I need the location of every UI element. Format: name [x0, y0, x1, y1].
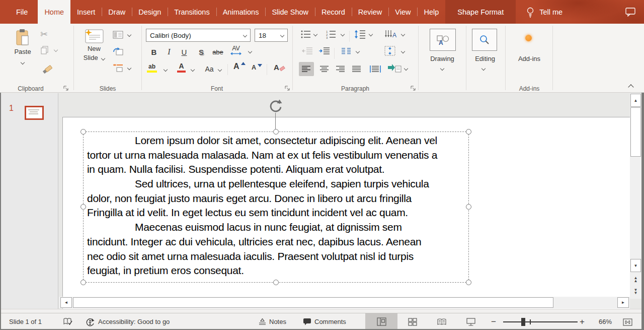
- slide-thumbnail[interactable]: [25, 106, 44, 120]
- reset-slide-button[interactable]: [113, 47, 123, 55]
- font-name-combobox[interactable]: Calibri (Body): [146, 29, 251, 42]
- new-slide-button[interactable]: New Slide: [78, 28, 110, 61]
- align-text-button[interactable]: [384, 46, 395, 56]
- font-dialog-launcher[interactable]: [285, 86, 290, 91]
- section-dropdown-caret[interactable]: [127, 66, 131, 70]
- accessibility-checker-button[interactable]: Accessibility: Good to go: [86, 313, 170, 330]
- font-color-caret[interactable]: [191, 68, 195, 72]
- tab-transitions[interactable]: Transitions: [168, 0, 216, 24]
- resize-handle-bottom-left[interactable]: [80, 280, 86, 285]
- italic-button[interactable]: I: [165, 46, 173, 58]
- spell-check-button[interactable]: [63, 313, 72, 330]
- copy-button[interactable]: [40, 46, 49, 54]
- tab-design[interactable]: Design: [132, 0, 168, 24]
- line-spacing-button[interactable]: [354, 30, 366, 39]
- tab-review[interactable]: Review: [352, 0, 389, 24]
- text-shadow-button[interactable]: S: [196, 46, 206, 58]
- resize-handle-bottom-right[interactable]: [466, 280, 471, 285]
- zoom-in-button[interactable]: +: [580, 313, 585, 330]
- scroll-up-button[interactable]: ▲: [630, 94, 641, 107]
- tab-file[interactable]: File: [6, 0, 38, 24]
- align-left-button[interactable]: [299, 62, 314, 76]
- highlight-caret[interactable]: [164, 68, 168, 72]
- horizontal-scrollbar-thumb[interactable]: [73, 297, 553, 308]
- tab-view[interactable]: View: [388, 0, 417, 24]
- scroll-left-button[interactable]: ◄: [60, 297, 72, 308]
- tab-record[interactable]: Record: [315, 0, 352, 24]
- rotate-handle[interactable]: [268, 98, 283, 113]
- scroll-down-button[interactable]: ▼: [630, 259, 641, 272]
- highlight-color-button[interactable]: ab: [147, 63, 157, 73]
- resize-handle-top-center[interactable]: [273, 129, 279, 135]
- smartart-caret[interactable]: [404, 67, 408, 71]
- character-spacing-button[interactable]: AV: [230, 45, 242, 55]
- format-painter-button[interactable]: [41, 64, 53, 74]
- zoom-out-button[interactable]: −: [491, 313, 496, 330]
- change-case-caret[interactable]: [218, 68, 222, 72]
- tab-help[interactable]: Help: [417, 0, 445, 24]
- resize-handle-bottom-center[interactable]: [273, 280, 279, 285]
- paste-button[interactable]: Paste: [8, 28, 37, 65]
- drawing-button[interactable]: A: [430, 29, 456, 51]
- numbering-caret[interactable]: [341, 32, 345, 36]
- next-slide-button[interactable]: ▼▼: [630, 286, 641, 297]
- zoom-slider-track[interactable]: [503, 321, 578, 322]
- slide-layout-button[interactable]: [113, 31, 123, 39]
- columns-caret[interactable]: [356, 49, 360, 53]
- align-text-caret[interactable]: [401, 49, 405, 53]
- reading-view-button[interactable]: [428, 313, 456, 330]
- clipboard-dialog-launcher[interactable]: [63, 86, 68, 91]
- fit-slide-to-window-button[interactable]: [623, 313, 632, 330]
- decrease-font-size-button[interactable]: A: [252, 64, 262, 71]
- bullets-button[interactable]: [301, 30, 311, 39]
- notes-button[interactable]: Notes: [259, 313, 286, 330]
- resize-handle-top-right[interactable]: [466, 129, 471, 135]
- align-right-button[interactable]: [333, 62, 348, 76]
- numbering-button[interactable]: 123: [326, 30, 336, 39]
- justify-button[interactable]: [349, 62, 364, 76]
- collapse-ribbon-button[interactable]: [628, 84, 633, 90]
- section-button[interactable]: [113, 64, 123, 72]
- tab-insert[interactable]: Insert: [70, 0, 102, 24]
- editing-caret[interactable]: [481, 67, 486, 71]
- normal-view-button[interactable]: [365, 313, 397, 330]
- addin-icon[interactable]: [525, 35, 532, 41]
- addins-button-label[interactable]: Add-ins: [506, 55, 552, 62]
- align-center-button[interactable]: [317, 62, 332, 76]
- bold-button[interactable]: B: [149, 46, 159, 58]
- drawing-caret[interactable]: [440, 67, 444, 71]
- decrease-indent-button[interactable]: [302, 47, 313, 55]
- zoom-level[interactable]: 66%: [593, 313, 612, 330]
- scroll-right-button[interactable]: ►: [617, 297, 629, 308]
- zoom-slider-thumb[interactable]: [521, 318, 525, 326]
- resize-handle-middle-left[interactable]: [80, 204, 86, 210]
- vertical-scrollbar-thumb[interactable]: [630, 107, 641, 157]
- paragraph-dialog-launcher[interactable]: [411, 86, 416, 91]
- editing-button[interactable]: [472, 29, 497, 51]
- text-direction-button[interactable]: A: [384, 30, 397, 39]
- tab-shape-format[interactable]: Shape Format: [445, 0, 516, 24]
- change-case-button[interactable]: Aa: [202, 63, 216, 75]
- copy-dropdown-caret[interactable]: [54, 48, 58, 52]
- comments-button[interactable]: Comments: [303, 313, 346, 330]
- tab-draw[interactable]: Draw: [102, 0, 132, 24]
- distributed-button[interactable]: [367, 62, 383, 76]
- cut-button[interactable]: ✂: [40, 29, 48, 40]
- increase-font-size-button[interactable]: A: [233, 62, 246, 71]
- font-size-combobox[interactable]: 18: [255, 29, 288, 42]
- line-spacing-caret[interactable]: [369, 32, 373, 36]
- previous-slide-button[interactable]: ▲▲: [630, 274, 641, 285]
- comments-titlebar-button[interactable]: [625, 8, 636, 17]
- text-direction-caret[interactable]: [401, 32, 405, 36]
- bullets-caret[interactable]: [313, 32, 317, 36]
- character-spacing-caret[interactable]: [248, 49, 252, 53]
- strikethrough-button[interactable]: abe: [210, 46, 225, 58]
- tab-animations[interactable]: Animations: [216, 0, 266, 24]
- slide-sorter-view-button[interactable]: [398, 313, 427, 330]
- resize-handle-middle-right[interactable]: [466, 204, 471, 210]
- font-color-button[interactable]: A: [177, 62, 186, 73]
- columns-button[interactable]: [341, 47, 351, 55]
- tab-slide-show[interactable]: Slide Show: [265, 0, 315, 24]
- tab-home[interactable]: Home: [38, 0, 70, 24]
- clear-formatting-button[interactable]: A: [274, 63, 285, 72]
